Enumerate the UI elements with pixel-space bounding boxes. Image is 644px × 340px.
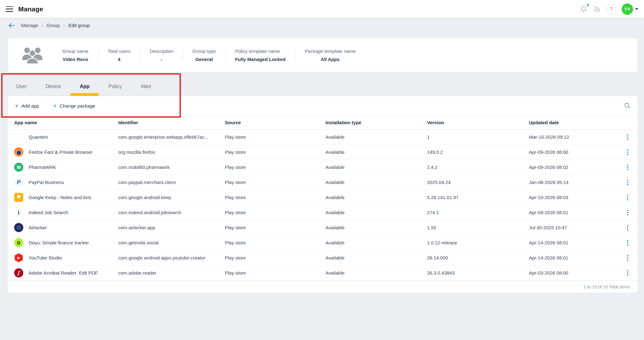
field-label: Total users <box>108 48 130 54</box>
table-row[interactable]: D Doyu: Simple finance tracker com.getmo… <box>8 235 638 250</box>
updated-date-cell: Jan-06-2026 05:14 <box>529 180 620 185</box>
help-icon[interactable]: ? <box>607 4 616 14</box>
version-cell: 26.14.000 <box>427 255 529 260</box>
field-label: Description <box>150 48 173 54</box>
row-menu-kebab-icon[interactable] <box>626 178 630 187</box>
field-value: All Apps <box>305 57 356 62</box>
table-row[interactable]: W PharmaWRK com.mobil80.pharmawrk Play s… <box>8 160 638 175</box>
app-name-cell: Airlocker <box>29 225 47 230</box>
identifier-cell: com.mobil80.pharmawrk <box>118 164 225 170</box>
identifier-cell: com.paypal.merchant.client <box>118 180 225 185</box>
app-name-cell: Firefox Fast & Private Browser <box>29 149 92 155</box>
group-field-package-template-name: Package template nameAll Apps <box>295 48 365 62</box>
row-menu-kebab-icon[interactable] <box>626 148 630 156</box>
group-field-total-users: Total users4 <box>98 48 140 62</box>
field-value: Video Reco <box>62 57 88 62</box>
airlocker-app-icon: ⊙ <box>14 223 23 232</box>
tab-alert[interactable]: Alert <box>141 84 151 89</box>
table-row[interactable]: ▫ Quantem com.google.enterprise.webapp.x… <box>8 130 638 145</box>
group-field-description: Description- <box>140 48 183 62</box>
column-header-version: Version <box>427 120 529 125</box>
version-cell: 26.3.0.43843 <box>427 270 529 276</box>
add-app-button[interactable]: + Add app <box>15 103 39 109</box>
identifier-cell: org.mozilla.firefox <box>118 149 225 155</box>
app-name-cell: Adobe Acrobat Reader: Edit PDF <box>29 270 98 276</box>
row-menu-kebab-icon[interactable] <box>626 193 630 202</box>
updated-date-cell: Mar-16-2026 09:12 <box>529 134 620 140</box>
table-row[interactable]: ▶ YouTube Studio com.google.android.apps… <box>8 250 638 265</box>
hamburger-menu-icon[interactable] <box>6 6 13 12</box>
version-cell: 5.26.141.01.97 <box>427 195 529 200</box>
row-menu-kebab-icon[interactable] <box>626 239 630 247</box>
firefox-app-icon <box>14 148 23 157</box>
updated-date-cell: Apr-03-2026 08:00 <box>529 270 620 276</box>
identifier-cell: com.adobe.reader <box>118 270 225 276</box>
identifier-cell: com.google.android.keep <box>118 195 225 200</box>
source-cell: Play store <box>225 149 325 155</box>
field-value: - <box>150 57 173 62</box>
source-cell: Play store <box>225 240 325 245</box>
avatar[interactable]: VV <box>622 3 633 15</box>
version-cell: 149.0.2 <box>427 149 529 155</box>
rss-feed-icon[interactable] <box>593 5 601 13</box>
youtube-studio-app-icon: ▶ <box>14 253 23 262</box>
breadcrumb-item-edit-group: Edit group <box>69 23 90 28</box>
version-cell: 1.0.12-release <box>427 240 529 245</box>
breadcrumb-item-manage[interactable]: Manage <box>21 23 38 28</box>
source-cell: Play store <box>225 195 325 200</box>
field-label: Policy template name <box>235 48 286 54</box>
change-package-button[interactable]: + Change package <box>53 103 95 109</box>
updated-date-cell: Apr-10-2026 08:03 <box>529 195 620 200</box>
tab-policy[interactable]: Policy <box>108 84 122 89</box>
app-toolbar: + Add app + Change package <box>8 96 638 116</box>
tab-app[interactable]: App <box>80 84 90 89</box>
version-cell: 2025.04.24 <box>427 180 529 185</box>
table-row[interactable]: P PayPal Business com.paypal.merchant.cl… <box>8 175 638 190</box>
table-row[interactable]: ʃ Adobe Acrobat Reader: Edit PDF com.ado… <box>8 265 638 281</box>
doyu-app-icon: D <box>14 238 23 247</box>
breadcrumb-separator: › <box>42 23 43 28</box>
tab-device[interactable]: Device <box>46 84 61 89</box>
column-header-updated-date: Updated date <box>529 120 620 125</box>
column-header-identifier: Identifier <box>118 120 225 125</box>
search-icon[interactable] <box>624 102 631 109</box>
google-keep-app-icon <box>14 193 23 202</box>
identifier-cell: com.google.android.apps.youtube.creator <box>118 255 225 260</box>
app-name-cell: Doyu: Simple finance tracker <box>29 240 89 245</box>
breadcrumb-item-group[interactable]: Group <box>47 23 60 28</box>
installation-type-cell: Available <box>325 225 427 230</box>
source-cell: Play store <box>225 225 325 230</box>
row-menu-kebab-icon[interactable] <box>626 269 630 277</box>
source-cell: Play store <box>225 255 325 260</box>
table-row[interactable]: i Indeed Job Search com.indeed.android.j… <box>8 205 638 220</box>
table-row[interactable]: ⊙ Airlocker com.airlocker.app Play store… <box>8 220 638 235</box>
app-name-cell: PharmaWRK <box>29 164 56 170</box>
tab-user[interactable]: User <box>16 84 27 89</box>
table-row[interactable]: Google Keep - Notes and lists com.google… <box>8 190 638 205</box>
back-arrow-icon[interactable] <box>8 22 15 29</box>
identifier-cell: com.google.enterprise.webapp.xffeb67ac..… <box>118 134 225 140</box>
installation-type-cell: Available <box>325 164 427 170</box>
notifications-bell-icon[interactable]: 0 <box>580 5 588 13</box>
version-cell: 274.1 <box>427 210 529 215</box>
app-name-cell: YouTube Studio <box>29 255 62 260</box>
row-menu-kebab-icon[interactable] <box>626 133 630 141</box>
installation-type-cell: Available <box>325 255 427 260</box>
updated-date-cell: Jul-30-2025 10:47 <box>529 225 620 230</box>
notification-count-badge: 0 <box>587 3 589 8</box>
row-menu-kebab-icon[interactable] <box>626 163 630 171</box>
source-cell: Play store <box>225 270 325 276</box>
source-cell: Play store <box>225 180 325 185</box>
source-cell: Play store <box>225 134 325 140</box>
account-menu[interactable]: VV <box>622 3 638 15</box>
pagination-summary: 1 to 10 of 10 Total items <box>8 281 638 293</box>
row-menu-kebab-icon[interactable] <box>626 209 630 217</box>
row-menu-kebab-icon[interactable] <box>626 254 630 262</box>
updated-date-cell: Apr-09-2026 08:00 <box>529 149 620 155</box>
app-name-cell: PayPal Business <box>29 180 64 185</box>
row-menu-kebab-icon[interactable] <box>626 224 630 232</box>
column-header-app-name: App name <box>14 120 118 125</box>
field-value: General <box>192 57 216 62</box>
table-row[interactable]: Firefox Fast & Private Browser org.mozil… <box>8 145 638 160</box>
version-cell: 2.4.2 <box>427 164 529 170</box>
